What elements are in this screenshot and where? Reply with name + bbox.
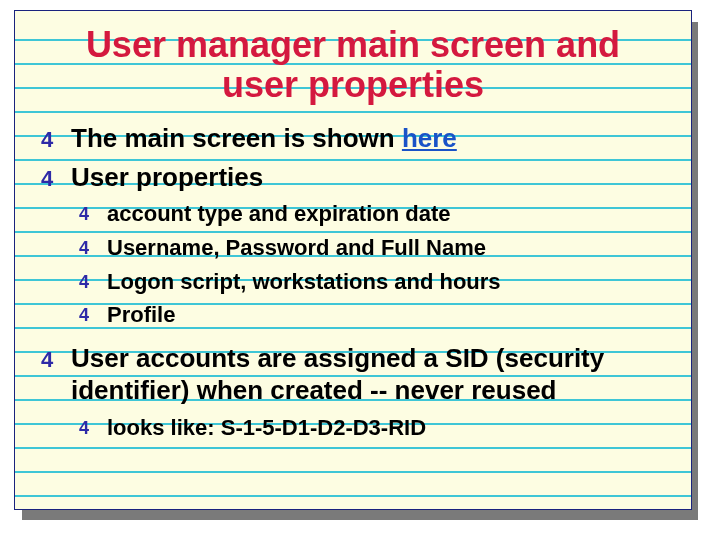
link-here[interactable]: here [402, 123, 457, 153]
slide-title: User manager main screen and user proper… [73, 25, 633, 104]
bullet-icon: 4 [41, 346, 63, 374]
bullet-icon: 4 [41, 165, 63, 193]
sub-bullet-item: 4 account type and expiration date [79, 199, 667, 229]
bullet-icon: 4 [41, 126, 63, 154]
text-fragment: The main screen is shown [71, 123, 402, 153]
sub-bullet-item: 4 Profile [79, 300, 667, 330]
bullet-text: looks like: S-1-5-D1-D2-D3-RID [107, 413, 667, 443]
bullet-text: Logon script, workstations and hours [107, 267, 667, 297]
bullet-item: 4 User properties [41, 161, 667, 194]
bullet-text: User accounts are assigned a SID (securi… [71, 342, 667, 407]
bullet-text: The main screen is shown here [71, 122, 667, 155]
spacer [39, 334, 667, 338]
bullet-item: 4 User accounts are assigned a SID (secu… [41, 342, 667, 407]
sub-bullet-item: 4 Username, Password and Full Name [79, 233, 667, 263]
sub-bullet-item: 4 looks like: S-1-5-D1-D2-D3-RID [79, 413, 667, 443]
bullet-text: Profile [107, 300, 667, 330]
bullet-icon: 4 [79, 202, 99, 226]
slide-card: User manager main screen and user proper… [14, 10, 692, 510]
bullet-icon: 4 [79, 270, 99, 294]
bullet-icon: 4 [79, 236, 99, 260]
bullet-text: Username, Password and Full Name [107, 233, 667, 263]
bullet-text: User properties [71, 161, 667, 194]
bullet-text: account type and expiration date [107, 199, 667, 229]
bullet-icon: 4 [79, 416, 99, 440]
sub-bullet-item: 4 Logon script, workstations and hours [79, 267, 667, 297]
bullet-icon: 4 [79, 303, 99, 327]
slide-stage: User manager main screen and user proper… [0, 0, 720, 540]
bullet-item: 4 The main screen is shown here [41, 122, 667, 155]
slide-content: User manager main screen and user proper… [15, 11, 691, 457]
